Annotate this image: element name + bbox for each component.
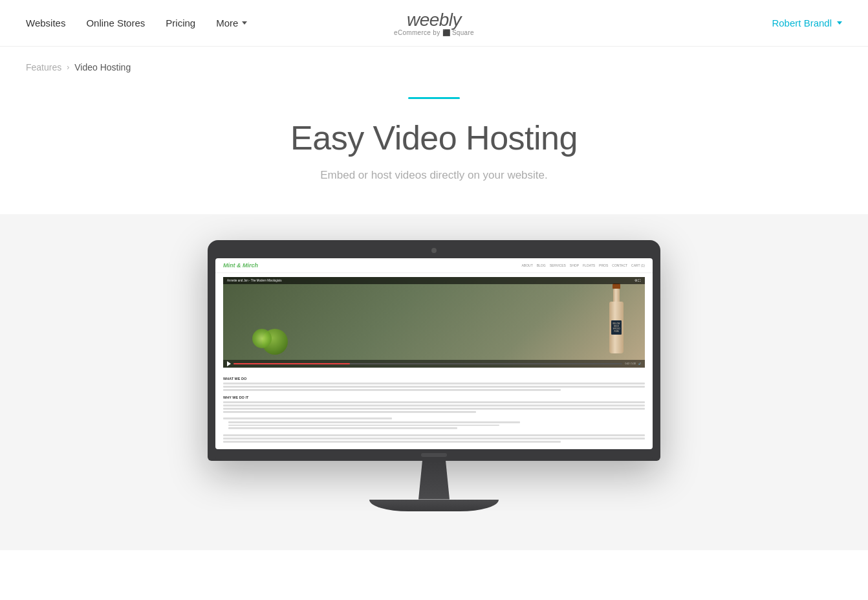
navbar: Websites Online Stores Pricing More weeb…: [0, 0, 868, 47]
user-name-link[interactable]: Robert Brandl: [772, 17, 832, 28]
bottom-section: [0, 511, 868, 550]
monitor-section: Mint & Mirch ABOUT BLOG SERVICES SHOP FL…: [0, 214, 868, 511]
video-time: 0:42 / 5:30: [625, 362, 636, 365]
site-text-11: [223, 441, 561, 443]
monitor-camera: [431, 248, 437, 253]
more-chevron-icon: [242, 21, 247, 25]
site-list-3: [228, 427, 457, 429]
video-volume-icon: 🔊: [638, 362, 641, 365]
rum-neck: [613, 289, 620, 302]
logo-subtitle: eCommerce by ⬛ Square: [394, 29, 474, 36]
site-preview-nav: Mint & Mirch ABOUT BLOG SERVICES SHOP FL…: [215, 258, 653, 273]
nav-websites[interactable]: Websites: [26, 17, 65, 28]
nav-left: Websites Online Stores Pricing More: [26, 17, 247, 28]
monitor-wrapper: Mint & Mirch ABOUT BLOG SERVICES SHOP FL…: [208, 240, 660, 511]
user-menu-chevron-icon[interactable]: [837, 21, 842, 25]
site-text-2: [223, 386, 645, 388]
rum-label: BELOW DECK SPICED RUM: [611, 320, 622, 335]
site-nav-links: ABOUT BLOG SERVICES SHOP FLOATS PROS CON…: [522, 263, 646, 267]
hero-subtitle: Embed or host videos directly on your we…: [13, 169, 855, 182]
site-content: WHAT WE DO WHY WE DO IT: [215, 372, 653, 449]
breadcrumb: Features › Video Hosting: [0, 47, 868, 78]
monitor-chin-bar: [421, 453, 447, 457]
site-text-6: [223, 408, 645, 410]
site-list-2: [228, 425, 499, 427]
hero-section: Easy Video Hosting Embed or host videos …: [0, 78, 868, 214]
site-list: [223, 421, 645, 429]
monitor-neck: [415, 461, 453, 500]
video-controls-icons: ⚙ ⛶: [635, 279, 641, 282]
breadcrumb-current: Video Hosting: [74, 62, 131, 72]
site-text-8: [223, 417, 392, 419]
site-preview: Mint & Mirch ABOUT BLOG SERVICES SHOP FL…: [215, 258, 653, 449]
rum-bottle: BELOW DECK SPICED RUM: [607, 283, 625, 361]
site-text-4: [223, 401, 645, 403]
rum-cap: [613, 283, 620, 289]
nav-right: Robert Brandl: [772, 17, 842, 28]
lime-slice: [252, 329, 272, 348]
site-text-7: [223, 411, 476, 413]
video-title-text: Annette and Jon - The Modern Mixologists: [227, 279, 281, 282]
monitor-chin: [215, 449, 653, 461]
nav-more[interactable]: More: [216, 17, 247, 28]
video-overlay: [223, 277, 645, 368]
nav-pricing[interactable]: Pricing: [166, 17, 195, 28]
site-text-10: [223, 438, 645, 439]
video-progress-bar[interactable]: [233, 363, 622, 364]
site-text-5: [223, 405, 645, 406]
site-logo: Mint & Mirch: [223, 262, 258, 269]
site-text-9: [223, 434, 645, 436]
hero-accent-line: [408, 97, 460, 99]
monitor-foot: [369, 500, 499, 511]
video-title-bar: Annette and Jon - The Modern Mixologists…: [223, 277, 645, 284]
rum-body: BELOW DECK SPICED RUM: [609, 302, 624, 353]
monitor-screen: Mint & Mirch ABOUT BLOG SERVICES SHOP FL…: [215, 258, 653, 449]
video-progress-fill: [233, 363, 350, 364]
breadcrumb-features-link[interactable]: Features: [26, 62, 61, 72]
monitor-bezel: Mint & Mirch ABOUT BLOG SERVICES SHOP FL…: [208, 240, 660, 461]
site-text-1: [223, 383, 645, 384]
weebly-logo[interactable]: weebly: [394, 10, 474, 30]
site-text-3: [223, 389, 561, 391]
video-controls: 0:42 / 5:30 🔊: [223, 360, 645, 368]
site-section-why: WHY WE DO IT: [223, 395, 645, 399]
hero-title: Easy Video Hosting: [13, 118, 855, 157]
site-section-what: WHAT WE DO: [223, 377, 645, 381]
breadcrumb-separator: ›: [67, 63, 69, 72]
nav-more-label[interactable]: More: [216, 17, 238, 28]
site-video-player: BELOW DECK SPICED RUM Annette and Jon - …: [223, 277, 645, 368]
play-button-icon[interactable]: [227, 361, 231, 366]
nav-center: weebly eCommerce by ⬛ Square: [394, 10, 474, 36]
nav-online-stores[interactable]: Online Stores: [86, 17, 145, 28]
site-list-1: [228, 421, 520, 423]
monitor-stand: [208, 461, 660, 500]
